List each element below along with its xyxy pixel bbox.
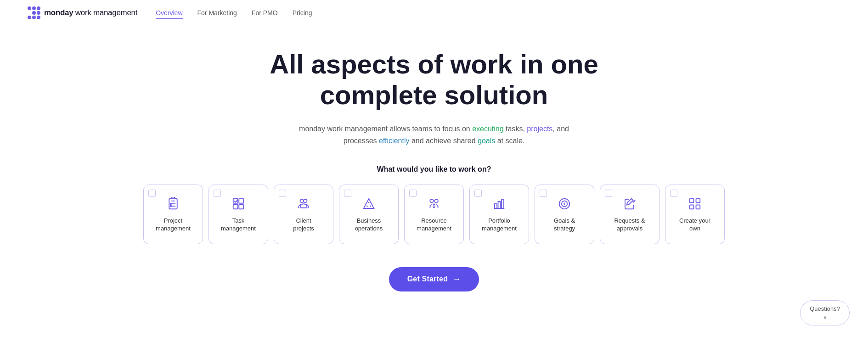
card-checkbox[interactable]: [148, 190, 156, 197]
card-resource-management[interactable]: Resourcemanagement: [404, 185, 464, 244]
card-checkbox[interactable]: [409, 190, 417, 197]
svg-rect-20: [502, 199, 504, 208]
svg-point-14: [366, 205, 368, 207]
logo-text: monday work management: [44, 8, 137, 17]
card-label: Portfoliomanagement: [482, 217, 517, 233]
card-checkbox[interactable]: [344, 190, 351, 197]
svg-point-4: [170, 205, 172, 207]
hero-subtitle: monday work management allows teams to f…: [282, 123, 586, 146]
card-checkbox[interactable]: [670, 190, 677, 197]
svg-point-11: [304, 199, 307, 203]
svg-rect-26: [696, 198, 700, 202]
nav-item-overview[interactable]: Overview: [156, 9, 182, 17]
card-label: Taskmanagement: [221, 217, 256, 233]
chevron-down-icon: ∨: [823, 314, 827, 320]
card-label: Create yourown: [679, 217, 710, 233]
target-icon: [558, 197, 571, 213]
card-goals-strategy[interactable]: Goals &strategy: [535, 185, 594, 244]
svg-rect-9: [239, 204, 243, 209]
svg-point-15: [370, 205, 371, 207]
logo: monday work management: [28, 6, 137, 19]
card-label: Requests &approvals: [614, 217, 645, 233]
card-project-management[interactable]: Projectmanagement: [143, 185, 203, 244]
nav-item-pricing[interactable]: Pricing: [293, 9, 312, 17]
hero-title: All aspects of work in one complete solu…: [227, 49, 641, 110]
card-checkbox[interactable]: [474, 190, 482, 197]
navigation: monday work management Overview For Mark…: [0, 0, 868, 26]
card-client-projects[interactable]: Clientprojects: [274, 185, 333, 244]
clipboard-list-icon: [166, 197, 180, 213]
cards-row: Projectmanagement Taskmanagement: [143, 185, 725, 244]
card-checkbox[interactable]: [214, 190, 221, 197]
main-content: All aspects of work in one complete solu…: [0, 26, 868, 319]
svg-point-17: [434, 199, 438, 203]
svg-rect-28: [696, 205, 700, 209]
svg-point-16: [430, 199, 434, 203]
card-business-operations[interactable]: Businessoperations: [339, 185, 399, 244]
logo-dots-icon: [28, 6, 40, 19]
card-label: Businessoperations: [355, 217, 383, 233]
get-started-label: Get Started: [407, 275, 448, 283]
svg-rect-25: [690, 198, 694, 202]
card-create-your-own[interactable]: Create yourown: [665, 185, 725, 244]
card-label: Resourcemanagement: [417, 217, 451, 233]
card-checkbox[interactable]: [540, 190, 547, 197]
card-checkbox[interactable]: [605, 190, 612, 197]
users-icon: [297, 197, 310, 213]
get-started-button[interactable]: Get Started →: [389, 267, 479, 291]
work-on-label: What would you like to work on?: [377, 165, 491, 174]
triangle-dots-icon: [362, 197, 376, 213]
people-arrows-icon: [427, 197, 441, 213]
questions-label: Questions?: [810, 305, 840, 312]
svg-rect-27: [690, 205, 694, 209]
svg-rect-19: [498, 202, 501, 208]
svg-point-13: [368, 202, 370, 203]
nav-item-pmo[interactable]: For PMO: [252, 9, 278, 17]
layout-grid-icon: [688, 197, 702, 213]
svg-rect-7: [233, 204, 238, 209]
card-requests-approvals[interactable]: Requests &approvals: [600, 185, 659, 244]
card-portfolio-management[interactable]: Portfoliomanagement: [469, 185, 529, 244]
svg-rect-8: [239, 198, 243, 203]
arrow-icon: →: [452, 275, 461, 284]
svg-point-10: [300, 199, 304, 203]
card-label: Projectmanagement: [156, 217, 191, 233]
svg-marker-12: [364, 198, 374, 208]
card-task-management[interactable]: Taskmanagement: [209, 185, 268, 244]
nav-item-marketing[interactable]: For Marketing: [197, 9, 237, 17]
check-square-icon: [231, 197, 245, 213]
edit-check-icon: [623, 197, 637, 213]
card-label: Goals &strategy: [554, 217, 575, 233]
bar-chart-icon: [492, 197, 506, 213]
svg-point-24: [564, 203, 565, 205]
svg-point-2: [170, 203, 172, 204]
svg-rect-18: [495, 204, 497, 208]
card-label: Clientprojects: [293, 217, 314, 233]
card-checkbox[interactable]: [279, 190, 286, 197]
nav-links: Overview For Marketing For PMO Pricing: [156, 9, 312, 17]
questions-button[interactable]: Questions? ∨: [800, 300, 850, 325]
